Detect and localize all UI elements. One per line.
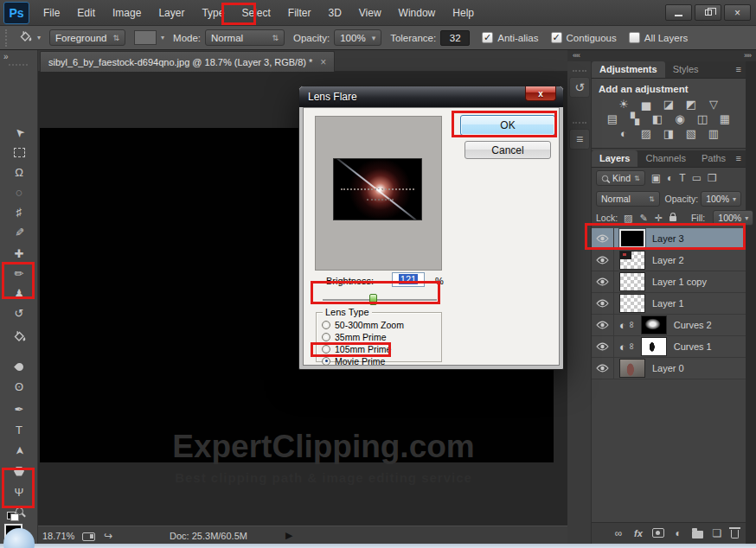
device-preview-icon[interactable] [82,532,95,541]
history-panel-button[interactable]: ↺ [569,77,590,98]
zoom-level-input[interactable]: 18.71% [42,531,82,541]
pattern-arrow-icon[interactable]: ▾ [161,34,164,41]
expand-panels-icon[interactable]: »» [744,51,751,60]
layer-visibility-toggle[interactable] [592,293,614,314]
checkbox-contiguous[interactable]: ✓Contiguous [551,32,617,43]
layer-row-layer-2[interactable]: Layer 2 [592,250,746,271]
flare-preview-image[interactable]: + [333,158,422,220]
vibrance-icon[interactable]: ▽ [707,99,721,111]
new-layer-icon[interactable]: ❏ [711,527,723,539]
hue-saturation-icon[interactable]: ▤ [605,113,620,125]
lock-transparency-icon[interactable]: ▨ [624,213,632,224]
layer-thumbnail[interactable] [641,315,667,335]
lock-all-icon[interactable] [670,216,676,221]
spot-healing-brush-tool[interactable]: ✚ [2,244,36,263]
layer-visibility-toggle[interactable] [592,271,614,292]
hand-tool[interactable]: Ψ [2,482,36,501]
move-tool[interactable]: ➤ [2,123,36,142]
tab-paths[interactable]: Paths [694,150,734,167]
path-selection-tool[interactable]: ➤ [2,441,36,460]
filter-shape-layers-icon[interactable]: ▭ [692,172,702,184]
posterize-icon[interactable]: ▨ [639,128,654,140]
menu-help[interactable]: Help [444,1,483,25]
layer-row-layer-3[interactable]: Layer 3 [592,228,746,250]
levels-icon[interactable]: ▅ [639,99,654,111]
layer-visibility-toggle[interactable] [592,250,614,271]
properties-panel-button[interactable]: ≡ [569,129,590,150]
threshold-icon[interactable]: ◨ [662,128,676,140]
filter-smart-objects-icon[interactable]: ❒ [708,172,717,184]
rectangular-marquee-tool[interactable] [2,143,36,162]
shape-tool[interactable] [2,462,36,481]
window-restore-button[interactable] [695,4,721,21]
crop-tool[interactable]: ♯ [2,202,36,221]
pattern-swatch[interactable] [134,30,157,45]
photo-filter-icon[interactable]: ◉ [673,113,688,125]
flare-center-crosshair[interactable]: + [378,186,382,194]
lock-position-icon[interactable]: ✛ [655,213,663,224]
radio-button-icon[interactable] [322,357,330,366]
new-group-icon[interactable] [692,531,703,538]
tab-layers[interactable]: Layers [592,150,637,167]
color-lookup-icon[interactable]: ▦ [718,113,733,125]
paint-bucket-tool[interactable] [2,328,36,347]
curves-icon[interactable]: ◪ [662,99,676,111]
layer-visibility-toggle[interactable] [592,228,614,249]
layer-visibility-toggle[interactable] [592,336,614,357]
tab-styles[interactable]: Styles [665,61,707,78]
selective-color-icon[interactable]: ▧ [684,128,699,140]
radio-50-300mm-zoom[interactable]: 50-300mm Zoom [322,319,441,330]
checkbox-anti-alias[interactable]: ✓Anti-alias [482,32,538,43]
layer-opacity-select[interactable]: 100%▾ [701,191,741,207]
layer-row-layer-0[interactable]: Layer 0 [592,358,746,379]
menu-edit[interactable]: Edit [68,1,104,25]
collapse-toolbar-icon[interactable]: » [3,52,8,61]
dialog-title-bar[interactable]: Lens Flare x [299,86,563,107]
layer-styles-icon[interactable]: fx [632,528,644,538]
gradient-map-icon[interactable]: ▥ [707,128,721,140]
default-colors-icon[interactable] [7,512,19,521]
menu-file[interactable]: File [35,1,68,25]
paint-bucket-tool-icon[interactable] [18,30,33,45]
black-white-icon[interactable]: ◧ [650,113,665,125]
radio-button-icon[interactable] [322,321,330,329]
layer-filter-kind-select[interactable]: Kind⇅ [596,170,645,186]
blur-tool[interactable] [2,357,36,376]
color-balance-icon[interactable]: ▚ [628,113,643,125]
flare-preview-area[interactable]: + [315,116,442,271]
collapse-panels-icon[interactable]: «« [573,51,580,60]
new-adjustment-layer-icon[interactable]: ◐ [672,527,684,539]
dialog-close-button[interactable]: x [525,86,556,101]
brightness-contrast-icon[interactable]: ☀ [617,99,631,111]
layer-thumbnail[interactable] [641,337,667,356]
lock-image-icon[interactable]: ✎ [640,213,648,224]
blend-mode-select[interactable]: Normal⇅ [596,191,660,207]
window-minimize-button[interactable] [665,4,692,21]
invert-icon[interactable]: ◐ [617,128,631,140]
brightness-input[interactable]: 121 [392,272,425,287]
window-close-button[interactable]: × [724,4,751,21]
status-menu-arrow-icon[interactable]: ▶ [285,530,292,541]
filter-type-layers-icon[interactable]: T [679,172,685,184]
options-bar-grip[interactable] [5,29,10,47]
menu-image[interactable]: Image [104,1,150,25]
quick-selection-tool[interactable]: ◌ [2,182,36,201]
channel-mixer-icon[interactable]: ◫ [695,113,710,125]
menu-window[interactable]: Window [390,1,445,25]
share-icon[interactable]: ↪ [104,530,112,542]
lasso-tool[interactable]: Ω [2,162,36,182]
menu-filter[interactable]: Filter [279,1,320,25]
exposure-icon[interactable]: ◩ [684,99,699,111]
layer-thumbnail[interactable] [619,229,645,248]
close-tab-icon[interactable]: × [320,56,326,68]
layer-row-curves-1[interactable]: ◐∞Curves 1 [592,336,746,358]
pen-tool[interactable]: ✒ [2,399,36,418]
layer-visibility-toggle[interactable] [592,358,614,379]
fill-select[interactable]: 100%▾ [713,210,753,226]
toolbar-grip[interactable] [9,64,28,67]
delete-layer-icon[interactable] [731,530,739,538]
layer-thumbnail[interactable] [619,251,645,270]
menu-select[interactable]: Select [233,1,279,25]
document-tab[interactable]: sibyl_6_by_faestock-d694qno.jpg @ 18.7% … [40,51,335,72]
brush-tool[interactable]: ✏ [2,264,36,283]
